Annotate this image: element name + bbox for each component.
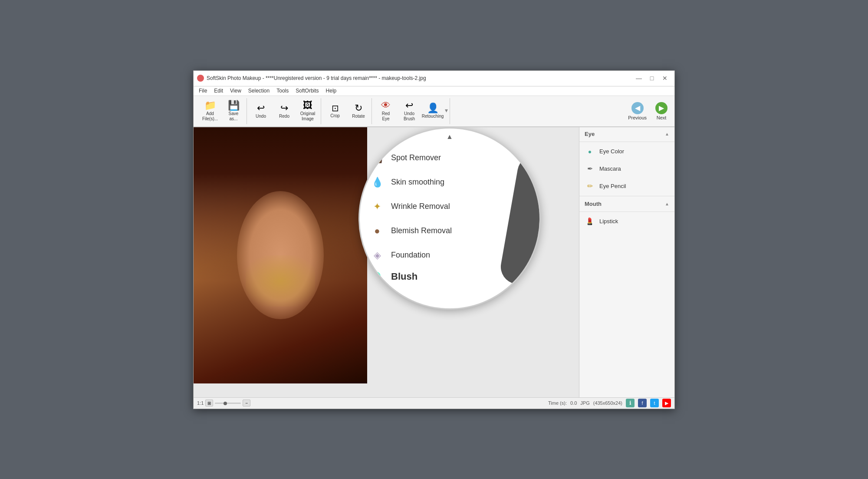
blush-label: Blush	[391, 271, 418, 282]
menu-selection[interactable]: Selection	[245, 87, 273, 95]
eye-color-label: Eye Color	[599, 148, 624, 155]
add-files-label: AddFile(s)...	[202, 111, 218, 122]
wrinkle-removal-icon: ✦	[370, 200, 384, 214]
more-tools-icon[interactable]: ▾	[445, 107, 448, 114]
zoom-close-button[interactable]: ✕	[526, 132, 536, 142]
zoom-slider[interactable]	[215, 403, 241, 404]
close-button[interactable]: ✕	[659, 73, 671, 83]
skin-smoothing-label: Skin smoothing	[391, 178, 444, 187]
eye-section-header[interactable]: Eye ▲	[579, 127, 674, 141]
rotate-label: Rotate	[352, 114, 365, 119]
eye-pencil-label: Eye Pencil	[599, 183, 626, 189]
next-arrow-icon: ▶	[655, 102, 667, 114]
facebook-icon[interactable]: f	[638, 399, 647, 407]
eye-color-item[interactable]: ● Eye Color	[579, 143, 674, 160]
original-image-label: OriginalImage	[300, 111, 315, 122]
retouching-label: Retouching	[422, 114, 444, 119]
photo-background	[194, 127, 367, 383]
menu-help[interactable]: Help	[322, 87, 340, 95]
youtube-icon[interactable]: ▶	[662, 399, 671, 407]
add-files-button[interactable]: 📁 AddFile(s)...	[199, 99, 221, 123]
menu-edit[interactable]: Edit	[210, 87, 227, 95]
panel-divider-1	[579, 142, 674, 142]
save-as-label: Saveas...	[229, 111, 239, 122]
crop-icon: ⊡	[332, 104, 339, 112]
lipstick-icon: 💄	[585, 216, 595, 227]
format-label: JPG	[580, 400, 589, 406]
undo-icon: ↩	[257, 103, 265, 113]
menu-softorbits[interactable]: SoftOrbits	[292, 87, 322, 95]
rotate-button[interactable]: ↻ Rotate	[347, 99, 370, 123]
blemish-removal-label: Blemish Removal	[391, 226, 452, 235]
redo-button[interactable]: ↪ Redo	[273, 99, 296, 123]
title-bar: SoftSkin Photo Makeup - ****Unregistered…	[194, 71, 674, 86]
eye-section-arrow: ▲	[665, 132, 669, 136]
time-value: 0.0	[570, 400, 577, 406]
twitter-icon[interactable]: t	[650, 399, 659, 407]
original-image-icon: 🖼	[303, 101, 312, 110]
photo-container	[194, 127, 367, 397]
menu-tools[interactable]: Tools	[273, 87, 292, 95]
foundation-icon: ◈	[370, 248, 384, 262]
time-label: Time (s):	[548, 400, 567, 406]
eye-pencil-icon: ✏	[585, 181, 595, 192]
toolbar-group-history: ↩ Undo ↪ Redo 🖼 OriginalImage	[248, 98, 321, 124]
red-eye-icon: 👁	[381, 101, 391, 110]
zoom-out-button[interactable]: −	[243, 400, 250, 406]
zoom-spot-remover-item[interactable]: 👩 Spot Remover	[360, 146, 539, 170]
zoom-fit-button[interactable]: ⊞	[205, 400, 213, 406]
wrinkle-removal-label: Wrinkle Removal	[391, 202, 450, 211]
jewelry-overlay	[246, 255, 315, 307]
menu-file[interactable]: File	[195, 87, 210, 95]
menu-view[interactable]: View	[227, 87, 245, 95]
undo-brush-icon: ↩	[405, 101, 413, 110]
minimize-button[interactable]: —	[633, 73, 645, 83]
title-bar-text: SoftSkin Photo Makeup - ****Unregistered…	[207, 75, 633, 81]
save-as-button[interactable]: 💾 Saveas...	[222, 99, 245, 123]
zoom-controls: 1:1 ⊞ −	[197, 400, 250, 406]
next-button[interactable]: ▶ Next	[652, 100, 671, 122]
zoom-scroll-up-icon[interactable]: ▲	[446, 133, 453, 141]
zoom-skin-smoothing-item[interactable]: 💧 Skin smoothing	[360, 170, 539, 195]
mascara-item[interactable]: ✒ Mascara	[579, 160, 674, 178]
app-icon	[197, 75, 204, 82]
red-eye-label: RedEye	[382, 111, 390, 122]
spot-remover-label: Spot Remover	[391, 153, 441, 162]
lipstick-label: Lipstick	[599, 218, 618, 225]
eye-section-label: Eye	[585, 131, 595, 137]
dimensions-label: (435x650x24)	[593, 400, 622, 406]
previous-arrow-icon: ◀	[631, 102, 644, 114]
maximize-button[interactable]: □	[646, 73, 658, 83]
blemish-removal-icon: ●	[370, 224, 384, 238]
eye-color-icon: ●	[585, 146, 595, 157]
status-bar: 1:1 ⊞ − Time (s): 0.0 JPG (435x650x24) ℹ…	[194, 397, 674, 409]
previous-button[interactable]: ◀ Previous	[625, 100, 650, 122]
window-controls: — □ ✕	[633, 73, 671, 83]
previous-label: Previous	[628, 115, 647, 120]
skin-smoothing-icon: 💧	[370, 175, 384, 189]
mouth-section-arrow: ▲	[665, 202, 669, 206]
lipstick-item[interactable]: 💄 Lipstick	[579, 213, 674, 230]
toolbar-group-tools: 👁 RedEye ↩ UndoBrush 👤 Retouching ▾	[373, 98, 450, 124]
info-icon[interactable]: ℹ	[626, 399, 635, 407]
panel-divider-2	[579, 196, 674, 196]
app-window: SoftSkin Photo Makeup - ****Unregistered…	[193, 70, 675, 409]
blush-icon	[370, 271, 381, 282]
main-content: ✕ ▲ 👩 Spot Remover 💧 Skin smoothing ✦ Wr…	[194, 127, 674, 397]
red-eye-button[interactable]: 👁 RedEye	[375, 99, 397, 123]
image-area[interactable]: ✕ ▲ 👩 Spot Remover 💧 Skin smoothing ✦ Wr…	[194, 127, 579, 397]
crop-button[interactable]: ⊡ Crop	[324, 99, 346, 123]
retouching-button[interactable]: 👤 Retouching	[421, 99, 444, 123]
undo-label: Undo	[256, 114, 266, 119]
add-files-icon: 📁	[204, 101, 216, 110]
undo-brush-label: UndoBrush	[404, 111, 415, 122]
zoom-handle	[224, 402, 227, 405]
undo-brush-button[interactable]: ↩ UndoBrush	[398, 99, 421, 123]
original-image-button[interactable]: 🖼 OriginalImage	[296, 99, 319, 123]
eye-pencil-item[interactable]: ✏ Eye Pencil	[579, 178, 674, 195]
toolbar-group-files: 📁 AddFile(s)... 💾 Saveas...	[197, 98, 247, 124]
next-label: Next	[657, 115, 667, 120]
mouth-section-header[interactable]: Mouth ▲	[579, 197, 674, 211]
undo-button[interactable]: ↩ Undo	[250, 99, 272, 123]
rotate-icon: ↻	[355, 103, 362, 113]
